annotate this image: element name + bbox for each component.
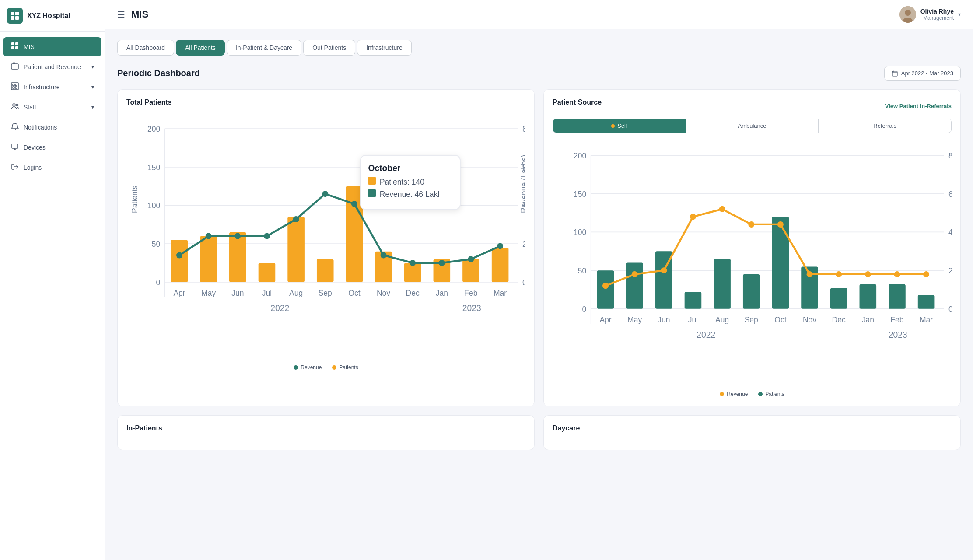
svg-point-54	[264, 233, 270, 239]
source-tab-label: Referrals	[873, 122, 896, 129]
svg-text:Oct: Oct	[348, 289, 360, 298]
patient-source-chart-card: Patient Source View Patient In-Referrals…	[543, 89, 961, 406]
staff-icon	[10, 102, 19, 112]
svg-point-15	[16, 104, 18, 106]
svg-rect-65	[368, 177, 376, 185]
calendar-icon	[892, 70, 898, 77]
sidebar: XYZ Hospital MIS Patient and Revenue ▾ I…	[0, 0, 105, 560]
svg-point-60	[439, 260, 445, 266]
svg-text:0: 0	[582, 305, 586, 314]
svg-text:Dec: Dec	[832, 315, 846, 324]
svg-rect-42	[259, 263, 276, 282]
nav-label-staff: Staff	[24, 104, 36, 111]
tab-all-patients[interactable]: All Patients	[176, 40, 225, 56]
svg-rect-110	[918, 295, 935, 309]
svg-rect-7	[15, 46, 18, 49]
view-referrals-link[interactable]: View Patient In-Referrals	[885, 103, 952, 109]
svg-text:2022: 2022	[270, 304, 289, 313]
sidebar-item-infrastructure[interactable]: Infrastructure ▾	[4, 77, 101, 97]
tab-all-dashboard[interactable]: All Dashboard	[117, 40, 174, 56]
svg-point-118	[807, 271, 813, 277]
svg-point-117	[777, 221, 784, 228]
svg-text:Jul: Jul	[262, 289, 272, 298]
svg-text:0: 0	[156, 278, 160, 287]
bottom-cards-grid: In-PatientsDaycare	[117, 415, 961, 450]
source-tab-self[interactable]: Self	[553, 119, 686, 133]
svg-rect-9	[11, 83, 18, 90]
svg-text:Nov: Nov	[803, 315, 816, 324]
svg-text:Revenue (Lakhs): Revenue (Lakhs)	[520, 155, 525, 213]
tab-out-patients[interactable]: Out Patients	[303, 40, 355, 56]
nav-label-devices: Devices	[24, 144, 46, 151]
patient-source-title: Patient Source	[553, 98, 602, 106]
chevron-down-icon: ▾	[958, 11, 961, 18]
dashboard-title: Periodic Dashboard	[117, 68, 200, 78]
sidebar-item-mis[interactable]: MIS	[4, 37, 101, 56]
source-tab-ambulance[interactable]: Ambulance	[686, 119, 819, 133]
user-name: Olivia Rhye	[920, 8, 954, 15]
svg-point-119	[836, 271, 842, 277]
revenue-legend-item: Revenue	[294, 364, 322, 371]
svg-text:Patients: Patients	[130, 185, 139, 213]
svg-text:October: October	[368, 164, 400, 173]
sidebar-item-staff[interactable]: Staff ▾	[4, 98, 101, 117]
sidebar-item-logins[interactable]: Logins	[4, 158, 101, 177]
sidebar-item-patient-revenue[interactable]: Patient and Revenue ▾	[4, 57, 101, 77]
svg-point-58	[381, 252, 387, 258]
svg-point-114	[690, 214, 696, 220]
menu-icon[interactable]: ☰	[117, 9, 125, 20]
logo-icon	[7, 8, 23, 24]
ps-patients-legend-item: Patients	[758, 391, 784, 397]
svg-text:60: 60	[948, 190, 952, 199]
svg-text:May: May	[627, 315, 642, 324]
main-area: ☰ MIS Olivia Rhye Management ▾ All Dashb…	[105, 0, 973, 560]
svg-rect-20	[892, 71, 897, 76]
tab-infrastructure[interactable]: Infrastructure	[357, 40, 411, 56]
nav-label-mis: MIS	[24, 43, 35, 50]
svg-point-56	[322, 191, 328, 197]
svg-rect-109	[889, 284, 906, 309]
svg-text:200: 200	[147, 125, 160, 133]
bottom-card-daycare: Daycare	[543, 415, 961, 450]
svg-rect-108	[860, 284, 877, 309]
svg-text:100: 100	[574, 228, 586, 237]
svg-point-62	[497, 243, 503, 249]
svg-point-57	[351, 201, 357, 207]
svg-rect-12	[13, 87, 14, 88]
svg-text:Jul: Jul	[688, 315, 698, 324]
svg-text:Mar: Mar	[920, 315, 933, 324]
svg-text:Apr: Apr	[173, 289, 185, 298]
date-range-button[interactable]: Apr 2022 - Mar 2023	[884, 66, 961, 80]
svg-text:Jan: Jan	[862, 315, 874, 324]
svg-point-122	[923, 271, 929, 277]
svg-text:80: 80	[948, 151, 952, 160]
tab-inpatient-daycare[interactable]: In-Patient & Daycare	[227, 40, 301, 56]
notifications-icon	[10, 122, 19, 132]
svg-text:0: 0	[948, 305, 952, 314]
bottom-card-title-daycare: Daycare	[553, 424, 952, 432]
ps-revenue-legend-item: Revenue	[720, 391, 748, 397]
nav-label-notifications: Notifications	[24, 124, 57, 131]
devices-icon	[10, 143, 19, 152]
svg-rect-44	[317, 259, 334, 282]
svg-rect-107	[830, 288, 847, 308]
patient-source-legend: Revenue Patients	[553, 391, 952, 397]
svg-rect-10	[13, 84, 14, 86]
svg-text:2023: 2023	[462, 304, 481, 313]
sidebar-item-notifications[interactable]: Notifications	[4, 118, 101, 137]
svg-point-55	[293, 216, 299, 222]
header-left: ☰ MIS	[117, 9, 148, 20]
source-tab-dot	[611, 124, 615, 128]
mis-icon	[10, 42, 19, 52]
svg-text:Jan: Jan	[436, 289, 448, 298]
svg-point-112	[632, 271, 638, 277]
svg-text:200: 200	[574, 151, 586, 160]
sidebar-item-devices[interactable]: Devices	[4, 138, 101, 157]
total-patients-chart-card: Total Patients 200 150 100 5	[117, 89, 535, 406]
source-tab-label: Ambulance	[738, 122, 766, 129]
svg-point-14	[13, 104, 15, 106]
source-tab-referrals[interactable]: Referrals	[819, 119, 951, 133]
svg-text:80: 80	[522, 125, 525, 133]
svg-text:Apr: Apr	[599, 315, 611, 324]
svg-text:Patients: 140: Patients: 140	[380, 178, 425, 186]
